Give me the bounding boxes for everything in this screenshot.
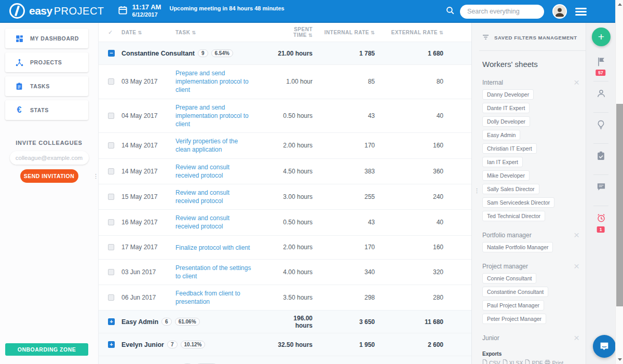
task-link[interactable]: Prepare and send implementation protocol… bbox=[175, 103, 254, 129]
person-icon[interactable] bbox=[586, 88, 616, 101]
export-csv-button[interactable]: CSV bbox=[482, 359, 500, 364]
column-header-date[interactable]: DATE⇅ bbox=[121, 30, 175, 35]
menu-icon[interactable] bbox=[575, 6, 587, 17]
export-print-button[interactable]: Print bbox=[545, 360, 563, 364]
filter-tag[interactable]: Christian IT Expert bbox=[482, 143, 537, 154]
row-spent-time: 3.50 hours bbox=[275, 294, 313, 301]
clock-widget: 11:17 AM 6/12/2017 bbox=[132, 3, 161, 19]
filter-tag[interactable]: Sam Servicedesk Director bbox=[482, 197, 554, 208]
filters-heading: Workers' sheets bbox=[482, 60, 579, 69]
chat-icon[interactable] bbox=[586, 182, 616, 194]
search-input[interactable] bbox=[460, 5, 544, 19]
task-link[interactable]: Verify properties of the clean applicati… bbox=[175, 137, 254, 154]
panel-resize-handle[interactable]: ⋮ bbox=[474, 188, 480, 194]
group-name[interactable]: Constantine Consultant bbox=[121, 50, 195, 57]
vertical-scrollbar[interactable] bbox=[615, 0, 623, 364]
filter-tag[interactable]: Constantine Consultant bbox=[482, 287, 548, 297]
group-name[interactable]: Evelyn Junior bbox=[121, 341, 164, 348]
exports-row: CSVXLSXPDFPrint bbox=[482, 359, 579, 364]
calendar-icon[interactable] bbox=[118, 5, 128, 17]
task-link[interactable]: Review and consult received protocol bbox=[175, 163, 254, 180]
column-header-internal-rate[interactable]: INTERNAL RATE⇅ bbox=[313, 30, 375, 35]
sort-icon[interactable]: ⇅ bbox=[138, 30, 142, 35]
row-checkbox[interactable] bbox=[108, 269, 114, 275]
alarm-icon[interactable] bbox=[586, 213, 616, 225]
sidebar-item-projects[interactable]: PROJECTS bbox=[5, 52, 88, 72]
avatar[interactable] bbox=[552, 4, 567, 19]
flag-icon[interactable] bbox=[586, 57, 616, 69]
filter-tag[interactable]: Natalie Portfolio Manager bbox=[482, 242, 553, 252]
table-row: 15 May 2017Review and consult received p… bbox=[99, 184, 471, 210]
column-header-external-rate[interactable]: EXTERNAL RATE⇅ bbox=[375, 30, 443, 35]
filter-tag[interactable]: Easy Admin bbox=[482, 130, 520, 140]
filter-tag[interactable]: Ted Technical Director bbox=[482, 211, 545, 221]
expand-group-checkbox[interactable]: + bbox=[108, 318, 115, 325]
export-pdf-button[interactable]: PDF bbox=[525, 359, 543, 364]
filter-tag[interactable]: Mike Developer bbox=[482, 170, 530, 181]
close-icon[interactable]: × bbox=[574, 263, 579, 270]
task-link[interactable]: Review and consult received protocol bbox=[175, 188, 254, 205]
filter-tag[interactable]: Paul Project Manager bbox=[482, 300, 544, 311]
filter-tag[interactable]: Dolly Developer bbox=[482, 116, 530, 127]
row-checkbox[interactable] bbox=[108, 113, 114, 119]
task-link[interactable]: Feedback from client to presentation bbox=[175, 289, 254, 306]
group-name[interactable]: Easy Admin bbox=[121, 318, 158, 326]
onboarding-zone-button[interactable]: ONBOARDING ZONE bbox=[5, 343, 88, 356]
scroll-down-arrow[interactable] bbox=[618, 358, 622, 361]
sort-icon[interactable]: ⇅ bbox=[308, 33, 313, 38]
logo-icon bbox=[9, 3, 25, 19]
row-checkbox[interactable] bbox=[108, 194, 114, 200]
meeting-notice[interactable]: Upcoming meeting in 84 hours 48 minutes bbox=[169, 5, 284, 11]
task-link[interactable]: Finalize protocol with client bbox=[175, 244, 250, 252]
column-header-spent-time[interactable]: SPENT TIME⇅ bbox=[275, 26, 313, 38]
task-link[interactable]: Prepare and send implementation protocol… bbox=[175, 69, 254, 95]
filter-tag[interactable]: Sally Sales Director bbox=[482, 184, 539, 194]
expand-group-checkbox[interactable]: + bbox=[108, 341, 115, 348]
search-icon[interactable] bbox=[445, 6, 455, 17]
filter-tag[interactable]: Danny Developer bbox=[482, 89, 534, 100]
group-row[interactable]: +Christian IT Expert32.96%9.50 hours7137… bbox=[99, 356, 471, 364]
close-icon[interactable]: × bbox=[574, 334, 579, 342]
send-invitation-button[interactable]: SEND INVITATION bbox=[20, 169, 78, 183]
row-checkbox[interactable] bbox=[108, 78, 114, 85]
filter-tag[interactable]: Connie Consultant bbox=[482, 273, 536, 284]
task-link[interactable]: Review and consult received protocol bbox=[175, 214, 254, 231]
group-row[interactable]: +Evelyn Junior710.12%32.50 hours1 9502 6… bbox=[99, 333, 471, 356]
collapse-group-checkbox[interactable]: − bbox=[108, 50, 115, 57]
sidebar-item-my-dashboard[interactable]: MY DASHBOARD bbox=[5, 29, 88, 48]
row-checkbox[interactable] bbox=[108, 244, 114, 250]
scrollbar-thumb[interactable] bbox=[616, 104, 623, 306]
select-all-checkmark-icon[interactable]: ✓ bbox=[108, 29, 121, 36]
group-internal-rate: 1 785 bbox=[313, 50, 375, 57]
close-icon[interactable]: × bbox=[574, 232, 579, 239]
row-checkbox[interactable] bbox=[108, 142, 114, 149]
sort-icon[interactable]: ⇅ bbox=[371, 30, 375, 35]
task-link[interactable]: Presentation of the settings to client bbox=[175, 264, 254, 280]
sidebar-resize-handle[interactable]: ⋮ bbox=[93, 173, 99, 179]
group-row[interactable]: −Constantine Consultant96.54%21.00 hours… bbox=[99, 42, 471, 65]
close-icon[interactable]: × bbox=[574, 79, 579, 86]
invite-email-field[interactable] bbox=[10, 151, 89, 165]
sidebar-item-tasks[interactable]: TASKS bbox=[5, 76, 88, 96]
column-header-task[interactable]: TASK⇅ bbox=[175, 30, 275, 35]
clipboard-check-icon[interactable] bbox=[586, 151, 616, 163]
lightbulb-icon[interactable] bbox=[586, 119, 616, 132]
row-checkbox[interactable] bbox=[108, 219, 114, 225]
filter-tag[interactable]: Peter Project Manager bbox=[482, 314, 546, 324]
alarm-badge: 1 bbox=[597, 226, 605, 233]
filter-tag[interactable]: Dante IT Expert bbox=[482, 103, 530, 113]
sidebar-item-stats[interactable]: €STATS bbox=[5, 100, 88, 120]
app-logo[interactable]: easy PROJECT bbox=[9, 3, 104, 19]
group-row[interactable]: +Easy Admin661.06%196.00 hours3 65011 68… bbox=[99, 311, 471, 333]
chat-fab-button[interactable] bbox=[593, 335, 616, 358]
sidebar-nav: MY DASHBOARDPROJECTSTASKS€STATS bbox=[0, 29, 98, 120]
scroll-up-arrow[interactable] bbox=[618, 3, 622, 6]
saved-filters-title[interactable]: SAVED FILTERS MANAGEMENT bbox=[494, 35, 577, 41]
row-checkbox[interactable] bbox=[108, 168, 114, 174]
row-checkbox[interactable] bbox=[108, 294, 114, 301]
filter-tag[interactable]: Ian IT Expert bbox=[482, 157, 523, 167]
sort-icon[interactable]: ⇅ bbox=[192, 30, 196, 35]
add-button[interactable]: + bbox=[592, 28, 611, 46]
export-xlsx-button[interactable]: XLSX bbox=[503, 359, 523, 364]
sort-icon[interactable]: ⇅ bbox=[439, 30, 443, 35]
